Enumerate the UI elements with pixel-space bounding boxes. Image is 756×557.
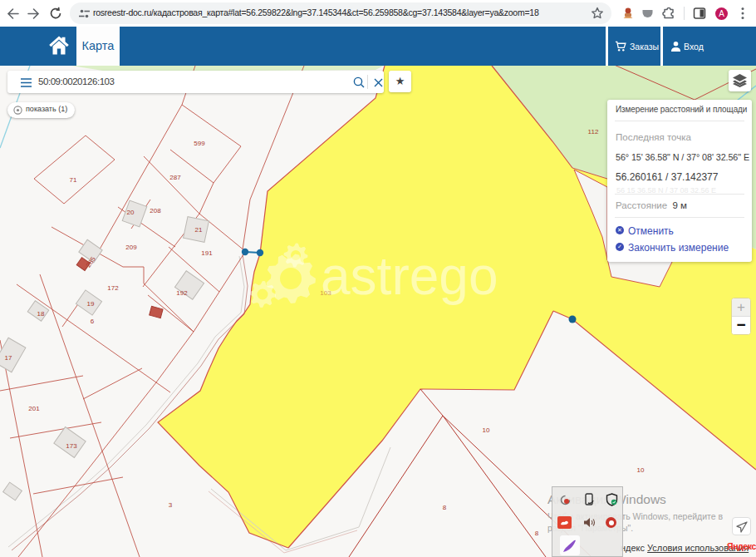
svg-text:10: 10 bbox=[637, 466, 645, 474]
svg-text:192: 192 bbox=[176, 289, 188, 297]
svg-text:20: 20 bbox=[127, 209, 135, 216]
svg-text:18: 18 bbox=[37, 310, 45, 318]
svg-text:209: 209 bbox=[125, 244, 137, 251]
svg-text:17: 17 bbox=[5, 354, 12, 362]
svg-text:599: 599 bbox=[194, 140, 205, 147]
svg-text:287: 287 bbox=[169, 174, 181, 181]
svg-text:6: 6 bbox=[91, 318, 95, 325]
svg-text:8: 8 bbox=[535, 530, 539, 537]
svg-text:19: 19 bbox=[87, 300, 95, 308]
svg-text:21: 21 bbox=[195, 226, 203, 234]
svg-text:8: 8 bbox=[443, 504, 447, 511]
svg-text:astrego: astrego bbox=[321, 246, 498, 306]
svg-text:103: 103 bbox=[320, 289, 331, 297]
svg-text:208: 208 bbox=[150, 207, 161, 214]
svg-text:191: 191 bbox=[201, 249, 213, 257]
svg-text:3: 3 bbox=[169, 501, 173, 509]
svg-text:112: 112 bbox=[588, 128, 599, 136]
svg-text:201: 201 bbox=[28, 405, 40, 412]
svg-text:172: 172 bbox=[107, 284, 119, 292]
svg-text:71: 71 bbox=[70, 176, 77, 184]
svg-text:173: 173 bbox=[66, 442, 77, 450]
svg-text:10: 10 bbox=[483, 426, 490, 434]
